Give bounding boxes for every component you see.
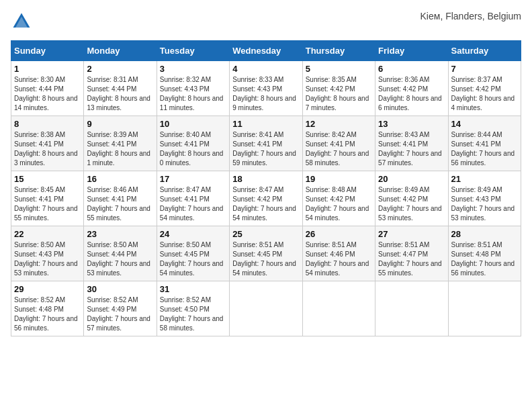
table-row — [448, 281, 521, 336]
cell-details: Sunrise: 8:52 AM Sunset: 4:48 PM Dayligh… — [14, 295, 81, 333]
title-block: Kieм, Flanders, Belgium — [420, 11, 521, 21]
day-number: 20 — [378, 174, 445, 184]
table-row: 30 Sunrise: 8:52 AM Sunset: 4:49 PM Dayl… — [84, 281, 157, 336]
cell-details: Sunrise: 8:52 AM Sunset: 4:50 PM Dayligh… — [160, 295, 226, 333]
table-row: 16 Sunrise: 8:46 AM Sunset: 4:41 PM Dayl… — [84, 171, 157, 226]
weekday-header-saturday: Saturday — [448, 41, 521, 61]
cell-details: Sunrise: 8:42 AM Sunset: 4:41 PM Dayligh… — [306, 130, 372, 168]
cell-details: Sunrise: 8:38 AM Sunset: 4:41 PM Dayligh… — [14, 130, 81, 168]
weekday-header-wednesday: Wednesday — [230, 41, 302, 61]
weekday-header-sunday: Sunday — [11, 41, 84, 61]
cell-details: Sunrise: 8:49 AM Sunset: 4:43 PM Dayligh… — [451, 185, 518, 223]
day-number: 17 — [160, 174, 226, 184]
calendar-week-4: 22 Sunrise: 8:50 AM Sunset: 4:43 PM Dayl… — [11, 226, 521, 281]
day-number: 28 — [451, 229, 518, 239]
table-row — [375, 281, 448, 336]
table-row: 31 Sunrise: 8:52 AM Sunset: 4:50 PM Dayl… — [157, 281, 229, 336]
day-number: 2 — [87, 64, 153, 74]
cell-details: Sunrise: 8:33 AM Sunset: 4:43 PM Dayligh… — [232, 75, 299, 113]
table-row: 7 Sunrise: 8:37 AM Sunset: 4:42 PM Dayli… — [448, 61, 521, 116]
calendar-table: SundayMondayTuesdayWednesdayThursdayFrid… — [11, 40, 521, 336]
weekday-header-friday: Friday — [375, 41, 448, 61]
cell-details: Sunrise: 8:48 AM Sunset: 4:42 PM Dayligh… — [306, 185, 372, 223]
day-number: 21 — [451, 174, 518, 184]
cell-details: Sunrise: 8:46 AM Sunset: 4:41 PM Dayligh… — [87, 185, 153, 223]
calendar-week-2: 8 Sunrise: 8:38 AM Sunset: 4:41 PM Dayli… — [11, 116, 521, 171]
table-row: 27 Sunrise: 8:51 AM Sunset: 4:47 PM Dayl… — [375, 226, 448, 281]
table-row: 1 Sunrise: 8:30 AM Sunset: 4:44 PM Dayli… — [11, 61, 84, 116]
cell-details: Sunrise: 8:51 AM Sunset: 4:45 PM Dayligh… — [232, 240, 299, 278]
day-number: 22 — [14, 229, 81, 239]
day-number: 31 — [160, 284, 226, 294]
location: Kieм, Flanders, Belgium — [420, 11, 521, 21]
cell-details: Sunrise: 8:43 AM Sunset: 4:41 PM Dayligh… — [378, 130, 445, 168]
cell-details: Sunrise: 8:51 AM Sunset: 4:46 PM Dayligh… — [306, 240, 372, 278]
table-row: 20 Sunrise: 8:49 AM Sunset: 4:42 PM Dayl… — [375, 171, 448, 226]
cell-details: Sunrise: 8:52 AM Sunset: 4:49 PM Dayligh… — [87, 295, 153, 333]
day-number: 6 — [378, 64, 445, 74]
cell-details: Sunrise: 8:50 AM Sunset: 4:44 PM Dayligh… — [87, 240, 153, 278]
table-row: 10 Sunrise: 8:40 AM Sunset: 4:41 PM Dayl… — [157, 116, 229, 171]
cell-details: Sunrise: 8:37 AM Sunset: 4:42 PM Dayligh… — [451, 75, 518, 113]
day-number: 9 — [87, 119, 153, 129]
table-row: 12 Sunrise: 8:42 AM Sunset: 4:41 PM Dayl… — [302, 116, 375, 171]
cell-details: Sunrise: 8:44 AM Sunset: 4:41 PM Dayligh… — [451, 130, 518, 168]
table-row: 22 Sunrise: 8:50 AM Sunset: 4:43 PM Dayl… — [11, 226, 84, 281]
cell-details: Sunrise: 8:51 AM Sunset: 4:48 PM Dayligh… — [451, 240, 518, 278]
day-number: 30 — [87, 284, 153, 294]
calendar-week-3: 15 Sunrise: 8:45 AM Sunset: 4:41 PM Dayl… — [11, 171, 521, 226]
day-number: 5 — [306, 64, 372, 74]
day-number: 1 — [14, 64, 81, 74]
table-row: 13 Sunrise: 8:43 AM Sunset: 4:41 PM Dayl… — [375, 116, 448, 171]
day-number: 7 — [451, 64, 518, 74]
day-number: 16 — [87, 174, 153, 184]
weekday-header-monday: Monday — [84, 41, 157, 61]
table-row: 26 Sunrise: 8:51 AM Sunset: 4:46 PM Dayl… — [302, 226, 375, 281]
day-number: 14 — [451, 119, 518, 129]
day-number: 18 — [232, 174, 299, 184]
header-row: SundayMondayTuesdayWednesdayThursdayFrid… — [11, 41, 521, 61]
cell-details: Sunrise: 8:31 AM Sunset: 4:44 PM Dayligh… — [87, 75, 153, 113]
table-row: 21 Sunrise: 8:49 AM Sunset: 4:43 PM Dayl… — [448, 171, 521, 226]
cell-details: Sunrise: 8:35 AM Sunset: 4:42 PM Dayligh… — [306, 75, 372, 113]
table-row: 8 Sunrise: 8:38 AM Sunset: 4:41 PM Dayli… — [11, 116, 84, 171]
cell-details: Sunrise: 8:30 AM Sunset: 4:44 PM Dayligh… — [14, 75, 81, 113]
day-number: 29 — [14, 284, 81, 294]
table-row: 6 Sunrise: 8:36 AM Sunset: 4:42 PM Dayli… — [375, 61, 448, 116]
cell-details: Sunrise: 8:49 AM Sunset: 4:42 PM Dayligh… — [378, 185, 445, 223]
cell-details: Sunrise: 8:39 AM Sunset: 4:41 PM Dayligh… — [87, 130, 153, 168]
cell-details: Sunrise: 8:36 AM Sunset: 4:42 PM Dayligh… — [378, 75, 445, 113]
day-number: 12 — [306, 119, 372, 129]
table-row: 5 Sunrise: 8:35 AM Sunset: 4:42 PM Dayli… — [302, 61, 375, 116]
calendar-week-1: 1 Sunrise: 8:30 AM Sunset: 4:44 PM Dayli… — [11, 61, 521, 116]
table-row: 25 Sunrise: 8:51 AM Sunset: 4:45 PM Dayl… — [230, 226, 302, 281]
day-number: 4 — [232, 64, 299, 74]
day-number: 11 — [232, 119, 299, 129]
table-row: 17 Sunrise: 8:47 AM Sunset: 4:41 PM Dayl… — [157, 171, 229, 226]
day-number: 8 — [14, 119, 81, 129]
day-number: 23 — [87, 229, 153, 239]
cell-details: Sunrise: 8:47 AM Sunset: 4:41 PM Dayligh… — [160, 185, 226, 223]
day-number: 3 — [160, 64, 226, 74]
table-row: 18 Sunrise: 8:47 AM Sunset: 4:42 PM Dayl… — [230, 171, 302, 226]
logo — [11, 11, 35, 32]
logo-icon — [11, 11, 32, 32]
day-number: 27 — [378, 229, 445, 239]
table-row: 29 Sunrise: 8:52 AM Sunset: 4:48 PM Dayl… — [11, 281, 84, 336]
table-row: 28 Sunrise: 8:51 AM Sunset: 4:48 PM Dayl… — [448, 226, 521, 281]
table-row: 23 Sunrise: 8:50 AM Sunset: 4:44 PM Dayl… — [84, 226, 157, 281]
calendar-week-5: 29 Sunrise: 8:52 AM Sunset: 4:48 PM Dayl… — [11, 281, 521, 336]
table-row: 2 Sunrise: 8:31 AM Sunset: 4:44 PM Dayli… — [84, 61, 157, 116]
table-row — [302, 281, 375, 336]
day-number: 25 — [232, 229, 299, 239]
cell-details: Sunrise: 8:40 AM Sunset: 4:41 PM Dayligh… — [160, 130, 226, 168]
table-row: 3 Sunrise: 8:32 AM Sunset: 4:43 PM Dayli… — [157, 61, 229, 116]
cell-details: Sunrise: 8:32 AM Sunset: 4:43 PM Dayligh… — [160, 75, 226, 113]
table-row: 9 Sunrise: 8:39 AM Sunset: 4:41 PM Dayli… — [84, 116, 157, 171]
day-number: 19 — [306, 174, 372, 184]
table-row: 15 Sunrise: 8:45 AM Sunset: 4:41 PM Dayl… — [11, 171, 84, 226]
cell-details: Sunrise: 8:50 AM Sunset: 4:45 PM Dayligh… — [160, 240, 226, 278]
table-row: 24 Sunrise: 8:50 AM Sunset: 4:45 PM Dayl… — [157, 226, 229, 281]
cell-details: Sunrise: 8:47 AM Sunset: 4:42 PM Dayligh… — [232, 185, 299, 223]
table-row — [230, 281, 302, 336]
